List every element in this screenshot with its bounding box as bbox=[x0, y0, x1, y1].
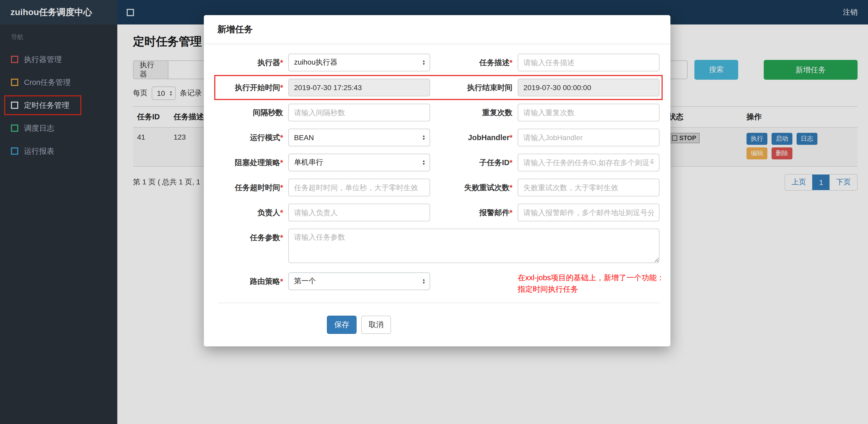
run-mode-select[interactable]: BEAN ▲▼ bbox=[288, 129, 430, 146]
run-mode-label: 运行模式* bbox=[217, 133, 288, 142]
row-block-child: 阻塞处理策略* 单机串行 ▲▼ 子任务ID* bbox=[217, 154, 659, 171]
block-strategy-select-value: 单机串行 bbox=[294, 158, 323, 167]
block-strategy-select[interactable]: 单机串行 ▲▼ bbox=[288, 154, 430, 171]
executor-select-value: zuihou执行器 bbox=[294, 58, 338, 67]
row-interval-repeat: 间隔秒数 重复次数 bbox=[217, 104, 659, 121]
retry-label: 失败重试次数* bbox=[430, 183, 518, 192]
select-arrows-icon: ▲▼ bbox=[422, 134, 425, 141]
alarm-email-label: 报警邮件* bbox=[430, 207, 518, 218]
executor-label: 执行器* bbox=[217, 58, 288, 67]
row-timeout-retry: 任务超时时间* 失败重试次数* bbox=[217, 179, 659, 196]
row-owner-email: 负责人* 报警邮件* bbox=[217, 204, 659, 221]
modal-divider bbox=[217, 302, 659, 303]
required-mark: * bbox=[509, 208, 513, 217]
required-mark: * bbox=[280, 277, 283, 286]
run-mode-select-value: BEAN bbox=[294, 133, 314, 142]
repeat-input[interactable] bbox=[518, 104, 659, 121]
modal-footer: 保存 取消 bbox=[204, 307, 671, 346]
row-route-note: 路由策略* 第一个 ▲▼ 在xxl-jobs项目的基础上，新增了一个功能： 指定… bbox=[217, 272, 659, 295]
app-root: zuihou任务调度中心 注销 导航 执行器管理 Cron任务管理 定时任务管理… bbox=[0, 0, 868, 424]
retry-input[interactable] bbox=[518, 179, 659, 196]
start-time-input[interactable] bbox=[288, 79, 430, 96]
owner-input[interactable] bbox=[288, 204, 430, 221]
select-arrows-icon: ▲▼ bbox=[422, 159, 425, 166]
row-mode-handler: 运行模式* BEAN ▲▼ JobHandler* bbox=[217, 129, 659, 146]
required-mark: * bbox=[509, 133, 513, 142]
modal-body: 执行器* zuihou执行器 ▲▼ 任务描述* 执行开始时间* 执行结束时间 间… bbox=[204, 44, 671, 307]
route-strategy-select-value: 第一个 bbox=[294, 276, 316, 286]
timeout-label: 任务超时时间* bbox=[217, 183, 288, 192]
jobhandler-label: JobHandler* bbox=[430, 133, 518, 142]
add-task-modal: 新增任务 执行器* zuihou执行器 ▲▼ 任务描述* 执行开始时间* 执行结… bbox=[204, 15, 671, 346]
end-time-input[interactable] bbox=[518, 79, 659, 96]
required-mark: * bbox=[509, 183, 513, 191]
cancel-button[interactable]: 取消 bbox=[361, 316, 391, 334]
required-mark: * bbox=[280, 183, 283, 191]
route-strategy-label: 路由策略* bbox=[217, 272, 288, 287]
select-arrows-icon: ▲▼ bbox=[422, 278, 425, 284]
job-param-textarea[interactable] bbox=[288, 229, 659, 263]
required-mark: * bbox=[509, 158, 513, 166]
select-arrows-icon: ▲▼ bbox=[422, 59, 425, 66]
save-button[interactable]: 保存 bbox=[327, 316, 356, 334]
feature-note-line2: 指定时间执行任务 bbox=[518, 284, 664, 295]
child-job-input[interactable] bbox=[518, 154, 659, 171]
owner-label: 负责人* bbox=[217, 207, 288, 218]
required-mark: * bbox=[509, 58, 513, 66]
interval-label: 间隔秒数 bbox=[217, 107, 288, 118]
block-strategy-label: 阻塞处理策略* bbox=[217, 158, 288, 167]
modal-title: 新增任务 bbox=[204, 15, 671, 44]
row-job-param: 任务参数* bbox=[217, 229, 659, 265]
task-desc-input[interactable] bbox=[518, 54, 659, 71]
start-time-label: 执行开始时间* bbox=[217, 83, 288, 93]
required-mark: * bbox=[280, 133, 283, 141]
feature-note-line1: 在xxl-jobs项目的基础上，新增了一个功能： bbox=[518, 272, 664, 284]
repeat-label: 重复次数 bbox=[430, 107, 518, 118]
required-mark: * bbox=[280, 208, 283, 217]
feature-note: 在xxl-jobs项目的基础上，新增了一个功能： 指定时间执行任务 bbox=[518, 272, 664, 295]
required-mark: * bbox=[280, 158, 283, 166]
executor-select[interactable]: zuihou执行器 ▲▼ bbox=[288, 54, 430, 71]
interval-input[interactable] bbox=[288, 104, 430, 121]
timeout-input[interactable] bbox=[288, 179, 430, 196]
job-param-label: 任务参数* bbox=[217, 229, 288, 243]
required-mark: * bbox=[280, 233, 283, 242]
route-strategy-select[interactable]: 第一个 ▲▼ bbox=[288, 272, 430, 290]
task-desc-label: 任务描述* bbox=[430, 58, 518, 67]
row-time-range-highlighted: 执行开始时间* 执行结束时间 bbox=[214, 75, 662, 100]
child-job-label: 子任务ID* bbox=[430, 158, 518, 167]
jobhandler-input[interactable] bbox=[518, 129, 659, 146]
row-executor-desc: 执行器* zuihou执行器 ▲▼ 任务描述* bbox=[217, 54, 659, 71]
end-time-label: 执行结束时间 bbox=[430, 83, 518, 93]
required-mark: * bbox=[280, 58, 283, 66]
alarm-email-input[interactable] bbox=[518, 204, 659, 221]
required-mark: * bbox=[280, 83, 283, 91]
